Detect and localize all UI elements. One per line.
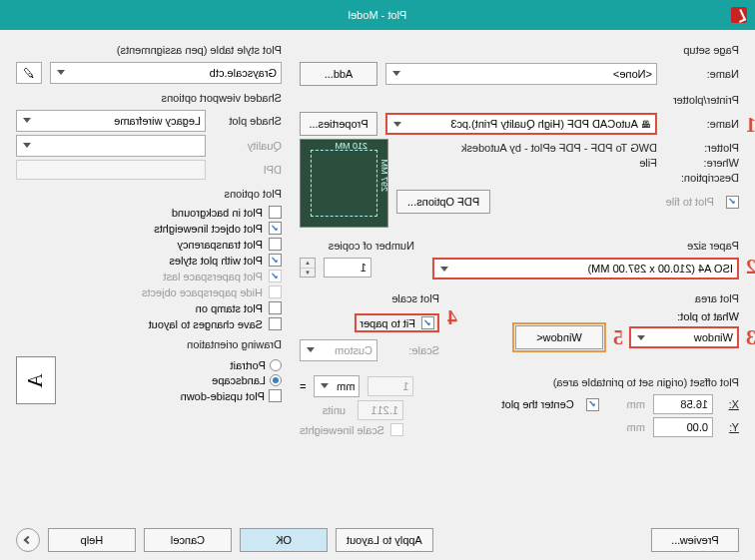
x-offset-label[interactable]: X:: [721, 398, 739, 410]
landscape-radio[interactable]: [270, 374, 282, 386]
plot-style-section: Plot style table (pen assignments) Grays…: [16, 44, 282, 84]
plot-option-checkbox[interactable]: [269, 317, 282, 330]
ok-button[interactable]: OK: [240, 528, 328, 552]
copies-spinner[interactable]: ▲▼: [300, 258, 316, 278]
page-setup-name-dropdown[interactable]: <None>: [385, 63, 657, 85]
help-button[interactable]: Help: [48, 528, 136, 552]
paper-size-section: 2 Paper size ISO A4 (210.00 x 297.00 MM): [432, 236, 739, 280]
plot-option-checkbox[interactable]: [269, 222, 282, 235]
chevron-down-icon: [635, 333, 645, 343]
plot-offset-section: Plot offset (origin set to printable are…: [457, 372, 739, 440]
plot-scale-section: 4 Plot scale Fit to paper Scale: Custom: [300, 288, 439, 364]
copies-field[interactable]: 1: [324, 258, 372, 278]
plot-option-checkbox: [269, 285, 282, 298]
chevron-down-icon: [390, 69, 400, 79]
printer-section: Printer/plotter 1 Name: 🖶 AutoCAD PDF (H…: [300, 94, 739, 228]
center-plot-checkbox[interactable]: [586, 398, 599, 411]
chevron-down-icon: [305, 345, 315, 355]
plot-style-dropdown[interactable]: Grayscale.ctb: [50, 62, 282, 84]
cancel-button[interactable]: Cancel: [144, 528, 232, 552]
expand-button[interactable]: [16, 528, 40, 552]
plot-option-checkbox[interactable]: [269, 254, 282, 267]
preview-button[interactable]: Preview...: [651, 528, 739, 552]
plot-option-row: Plot with plot styles: [16, 254, 282, 267]
plot-options-section: Plot options Plot in backgroundPlot obje…: [16, 188, 282, 330]
shaded-viewport-section: Shaded viewport options Shade plot Legac…: [16, 92, 282, 180]
scale-lineweights-checkbox: [390, 423, 403, 436]
copies-section: Number of copies 1 ▲▼: [300, 236, 414, 280]
what-to-plot-dropdown[interactable]: Window: [629, 326, 739, 348]
plot-option-row: Plot stamp on: [16, 301, 282, 314]
plot-area-section: 3 Plot area What to plot: Window 5 Windo…: [457, 288, 739, 364]
chevron-down-icon: [391, 120, 401, 130]
apply-to-layout-button[interactable]: Apply to Layout: [336, 528, 433, 552]
fit-to-paper-checkbox[interactable]: [421, 316, 434, 329]
orientation-thumb: A: [16, 356, 56, 404]
dpi-field: [16, 160, 206, 180]
plot-to-file-checkbox[interactable]: [726, 196, 739, 209]
portrait-radio[interactable]: [270, 359, 282, 371]
y-offset-label[interactable]: Y:: [721, 421, 739, 433]
unit-dropdown[interactable]: mm: [314, 375, 360, 397]
page-setup-section: Page setup Name: <None> Add...: [300, 44, 739, 86]
plot-option-row: Plot in background: [16, 206, 282, 219]
pdf-options-button[interactable]: PDF Options...: [396, 190, 490, 214]
drawing-orientation-section: Drawing orientation Portrait Landscape P…: [16, 338, 282, 405]
chevron-down-icon: [55, 68, 65, 78]
chevron-down-icon: [438, 265, 448, 275]
y-offset-field[interactable]: 0.00: [653, 417, 713, 437]
printer-name-dropdown[interactable]: 🖶 AutoCAD PDF (High Quality Print).pc3: [385, 113, 657, 135]
window-pick-button[interactable]: Window<: [515, 325, 603, 349]
plot-style-edit-button[interactable]: 🖊: [16, 62, 42, 84]
palette-icon: 🖊: [24, 67, 35, 79]
upside-down-checkbox[interactable]: [269, 389, 282, 402]
app-icon: [731, 7, 747, 23]
properties-button[interactable]: Properties...: [300, 112, 378, 136]
chevron-down-icon: [21, 116, 31, 126]
plot-option-row: Plot object lineweights: [16, 222, 282, 235]
chevron-down-icon: [319, 381, 329, 391]
title-bar: Plot - Model: [0, 0, 755, 30]
paper-size-dropdown[interactable]: ISO A4 (210.00 x 297.00 MM): [432, 258, 739, 280]
plot-option-checkbox: [269, 270, 282, 282]
shade-plot-dropdown[interactable]: Legacy wireframe: [16, 110, 206, 132]
add-button[interactable]: Add...: [300, 62, 378, 86]
plot-option-checkbox[interactable]: [269, 238, 282, 251]
chevron-down-icon: [21, 141, 31, 151]
plot-option-row: Save changes to layout: [16, 317, 282, 330]
scale-dropdown: Custom: [300, 339, 378, 361]
window-title: Plot - Model: [24, 9, 731, 21]
x-offset-field[interactable]: 16.58: [653, 394, 713, 414]
plot-option-row: Plot paperspace last: [16, 270, 282, 282]
plot-option-row: Plot transparency: [16, 238, 282, 251]
plot-option-row: Hide paperspace objects: [16, 285, 282, 298]
chevron-right-icon: [24, 536, 32, 544]
quality-dropdown: [16, 135, 206, 157]
footer-bar: Preview... Apply to Layout OK Cancel Hel…: [16, 528, 739, 552]
plot-option-checkbox[interactable]: [269, 206, 282, 219]
paper-preview-thumb: 210 MM 297 MM: [300, 139, 388, 228]
plot-option-checkbox[interactable]: [269, 301, 282, 314]
